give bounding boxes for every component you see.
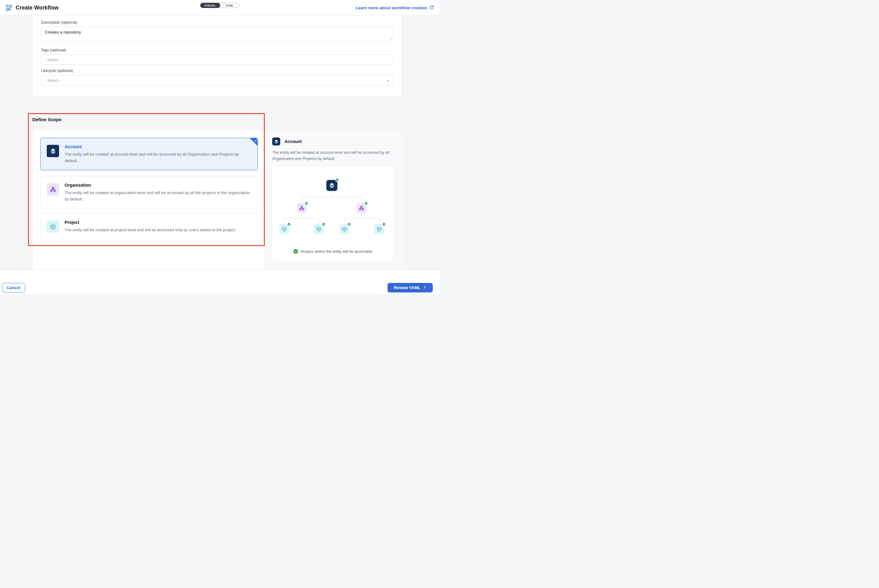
define-scope-heading: Define Scope [32, 117, 62, 122]
workflow-form-card: Description (optional) Creates a reposit… [32, 15, 402, 97]
green-check-icon [287, 222, 291, 226]
preview-title: Account [285, 139, 302, 144]
green-check-icon [335, 178, 339, 182]
workflow-icon [6, 4, 13, 11]
learn-more-label: Learn more about workflow creation [356, 6, 427, 10]
chevron-right-icon [423, 285, 427, 290]
scope-options-panel: Account The entity will be created at ac… [33, 130, 264, 270]
scope-option-description: The entity will be created at account-le… [64, 151, 251, 164]
diagram-project-node [279, 224, 289, 234]
toggle-visual[interactable]: VISUAL [200, 3, 220, 8]
diagram-caption: Scopes where the entity will be accessib… [300, 249, 372, 254]
cancel-button[interactable]: Cancel [2, 283, 25, 292]
resize-handle-icon[interactable] [390, 35, 393, 41]
organization-icon [47, 183, 59, 196]
green-check-icon [322, 222, 326, 226]
review-yaml-button[interactable]: Review YAML [387, 283, 433, 292]
tags-input[interactable] [41, 54, 393, 65]
visual-yaml-toggle: VISUAL YAML [200, 3, 240, 8]
create-workflow-page: Create Workflow VISUAL YAML Learn more a… [0, 0, 440, 294]
account-layers-icon [47, 145, 59, 157]
header: Create Workflow VISUAL YAML Learn more a… [0, 0, 440, 15]
preview-description: The entity will be created at account-le… [272, 150, 396, 162]
scope-option-description: The entity will be created at project-le… [64, 227, 236, 233]
brand: Create Workflow [6, 0, 58, 15]
review-yaml-label: Review YAML [394, 285, 420, 290]
scope-diagram: Scopes where the entity will be accessib… [272, 166, 394, 262]
green-check-icon [347, 222, 351, 226]
learn-more-link[interactable]: Learn more about workflow creation [356, 0, 434, 15]
diagram-project-node [314, 224, 324, 234]
diagram-account-node [326, 180, 338, 191]
scope-option-account[interactable]: Account The entity will be created at ac… [40, 138, 258, 170]
green-check-icon [382, 222, 386, 226]
diagram-org-node [357, 203, 366, 213]
scope-option-title: Project [64, 220, 236, 225]
external-link-icon [429, 5, 434, 10]
diagram-project-node [374, 224, 384, 234]
scope-option-description: The entity will be created at organizati… [64, 190, 251, 202]
selected-check-icon [249, 138, 258, 146]
lifecycle-select[interactable] [41, 75, 393, 86]
scope-preview-panel: Account The entity will be created at ac… [265, 130, 402, 270]
green-check-icon [304, 201, 309, 206]
diagram-project-node [339, 224, 350, 234]
scope-option-project[interactable]: Project The entity will be created at pr… [40, 213, 258, 243]
page-title: Create Workflow [16, 4, 58, 11]
scope-option-organization[interactable]: Organization The entity will be created … [40, 176, 258, 208]
green-check-icon [293, 249, 298, 254]
description-label: Description (optional) [41, 20, 393, 25]
description-input[interactable]: Creates a repository [41, 27, 393, 42]
footer-bar: Cancel Review YAML [0, 270, 440, 294]
project-cube-icon [47, 220, 59, 233]
scope-option-title: Organization [64, 183, 251, 188]
scope-option-title: Account [64, 144, 251, 149]
toggle-yaml[interactable]: YAML [220, 3, 239, 8]
tags-label: Tags (optional) [41, 48, 393, 52]
account-layers-icon [272, 138, 280, 146]
green-check-icon [364, 201, 368, 206]
lifecycle-label: Lifecycle (optional) [41, 69, 393, 73]
diagram-org-node [297, 203, 307, 213]
